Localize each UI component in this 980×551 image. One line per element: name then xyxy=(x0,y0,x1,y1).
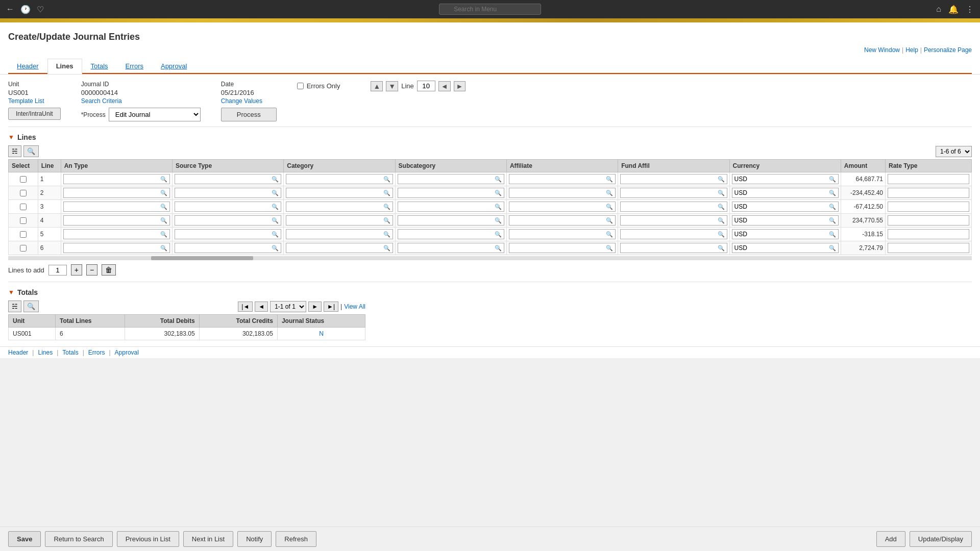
line-checkbox-5[interactable] xyxy=(20,245,27,252)
line-affiliate-5[interactable]: 🔍 xyxy=(506,241,618,255)
affiliate-input-0[interactable] xyxy=(511,176,606,183)
line-affiliate-2[interactable]: 🔍 xyxy=(506,200,618,214)
line-checkbox-0[interactable] xyxy=(20,176,27,183)
an-type-search-icon-1[interactable]: 🔍 xyxy=(160,190,167,196)
line-fund-affil-5[interactable]: 🔍 xyxy=(618,241,729,255)
lines-search-button[interactable]: 🔍 xyxy=(23,145,39,157)
affiliate-input-5[interactable] xyxy=(511,244,606,252)
journal-status-link[interactable]: N xyxy=(319,330,324,337)
change-values-link[interactable]: Change Values xyxy=(221,97,277,105)
affiliate-input-4[interactable] xyxy=(511,231,606,238)
totals-next-btn[interactable]: ► xyxy=(308,302,322,312)
line-category-2[interactable]: 🔍 xyxy=(284,200,395,214)
line-rate-type-2[interactable] xyxy=(886,200,972,214)
process-button[interactable]: Process xyxy=(221,108,277,121)
fund-affil-search-icon-2[interactable]: 🔍 xyxy=(718,204,725,210)
line-source-type-0[interactable]: 🔍 xyxy=(172,172,283,186)
line-category-1[interactable]: 🔍 xyxy=(284,186,395,200)
line-subcategory-4[interactable]: 🔍 xyxy=(395,228,506,241)
bottom-link-errors[interactable]: Errors xyxy=(88,349,105,356)
line-affiliate-0[interactable]: 🔍 xyxy=(506,172,618,186)
currency-search-icon-2[interactable]: 🔍 xyxy=(829,204,836,210)
subcategory-input-0[interactable] xyxy=(400,176,495,183)
line-source-type-1[interactable]: 🔍 xyxy=(172,186,283,200)
subcategory-input-3[interactable] xyxy=(400,217,495,224)
line-subcategory-1[interactable]: 🔍 xyxy=(395,186,506,200)
line-checkbox-2[interactable] xyxy=(20,204,27,210)
clock-icon[interactable]: 🕐 xyxy=(20,5,31,14)
line-currency-5[interactable]: 🔍 xyxy=(729,241,841,255)
totals-first-btn[interactable]: |◄ xyxy=(238,302,253,312)
line-checkbox-3[interactable] xyxy=(20,217,27,224)
nav-arrow-next-up[interactable]: ▼ xyxy=(386,81,398,91)
lines-grid-view-button[interactable]: ☵ xyxy=(8,145,21,157)
an-type-search-icon-0[interactable]: 🔍 xyxy=(160,176,167,183)
favorites-icon[interactable]: ♡ xyxy=(37,5,44,14)
rate-type-input-0[interactable] xyxy=(890,176,967,183)
line-category-3[interactable]: 🔍 xyxy=(284,214,395,228)
line-affiliate-3[interactable]: 🔍 xyxy=(506,214,618,228)
an-type-search-icon-3[interactable]: 🔍 xyxy=(160,217,167,224)
subcategory-search-icon-2[interactable]: 🔍 xyxy=(495,204,502,210)
currency-search-icon-5[interactable]: 🔍 xyxy=(829,245,836,252)
line-rate-type-5[interactable] xyxy=(886,241,972,255)
lines-page-select[interactable]: 1-6 of 6 xyxy=(936,146,972,157)
line-select-3[interactable] xyxy=(9,214,38,228)
fund-affil-input-1[interactable] xyxy=(623,189,717,196)
nav-arrow-prev-right[interactable]: ◄ xyxy=(438,81,451,91)
new-window-link[interactable]: New Window xyxy=(864,46,900,54)
line-source-type-2[interactable]: 🔍 xyxy=(172,200,283,214)
process-select[interactable]: Edit Journal Post Journal Unpost Journal… xyxy=(109,108,201,121)
category-search-icon-5[interactable]: 🔍 xyxy=(383,245,390,252)
line-an-type-3[interactable]: 🔍 xyxy=(61,214,172,228)
affiliate-search-icon-1[interactable]: 🔍 xyxy=(606,190,613,196)
totals-view-all-link[interactable]: View All xyxy=(344,303,365,310)
an-type-input-1[interactable] xyxy=(66,189,160,196)
source-type-input-0[interactable] xyxy=(177,176,272,183)
line-subcategory-5[interactable]: 🔍 xyxy=(395,241,506,255)
line-subcategory-0[interactable]: 🔍 xyxy=(395,172,506,186)
line-affiliate-4[interactable]: 🔍 xyxy=(506,228,618,241)
an-type-input-0[interactable] xyxy=(66,176,160,183)
search-input[interactable] xyxy=(439,4,541,15)
an-type-input-3[interactable] xyxy=(66,217,160,224)
source-type-search-icon-1[interactable]: 🔍 xyxy=(272,190,279,196)
totals-section-header[interactable]: ▼ Totals xyxy=(8,288,972,296)
an-type-input-5[interactable] xyxy=(66,244,160,252)
rate-type-input-3[interactable] xyxy=(890,217,967,224)
subcategory-input-5[interactable] xyxy=(400,244,495,252)
line-subcategory-2[interactable]: 🔍 xyxy=(395,200,506,214)
line-fund-affil-1[interactable]: 🔍 xyxy=(618,186,729,200)
nav-arrow-prev-up[interactable]: ▲ xyxy=(371,81,383,91)
totals-page-select[interactable]: 1-1 of 1 xyxy=(270,301,306,312)
line-currency-3[interactable]: 🔍 xyxy=(729,214,841,228)
line-subcategory-3[interactable]: 🔍 xyxy=(395,214,506,228)
subcategory-input-4[interactable] xyxy=(400,231,495,238)
line-currency-2[interactable]: 🔍 xyxy=(729,200,841,214)
tab-totals[interactable]: Totals xyxy=(82,59,117,74)
fund-affil-search-icon-0[interactable]: 🔍 xyxy=(718,176,725,183)
line-category-5[interactable]: 🔍 xyxy=(284,241,395,255)
line-fund-affil-2[interactable]: 🔍 xyxy=(618,200,729,214)
line-category-4[interactable]: 🔍 xyxy=(284,228,395,241)
affiliate-search-icon-2[interactable]: 🔍 xyxy=(606,204,613,210)
affiliate-input-1[interactable] xyxy=(511,189,606,196)
totals-search-button[interactable]: 🔍 xyxy=(23,300,39,312)
fund-affil-search-icon-4[interactable]: 🔍 xyxy=(718,231,725,238)
category-input-5[interactable] xyxy=(288,244,383,252)
source-type-search-icon-5[interactable]: 🔍 xyxy=(272,245,279,252)
subcategory-search-icon-4[interactable]: 🔍 xyxy=(495,231,502,238)
subcategory-search-icon-5[interactable]: 🔍 xyxy=(495,245,502,252)
category-search-icon-1[interactable]: 🔍 xyxy=(383,190,390,196)
currency-search-icon-3[interactable]: 🔍 xyxy=(829,217,836,224)
currency-input-3[interactable] xyxy=(734,217,829,224)
line-select-1[interactable] xyxy=(9,186,38,200)
category-input-3[interactable] xyxy=(288,217,383,224)
errors-only-checkbox[interactable] xyxy=(297,83,304,89)
line-category-0[interactable]: 🔍 xyxy=(284,172,395,186)
line-source-type-3[interactable]: 🔍 xyxy=(172,214,283,228)
line-rate-type-1[interactable] xyxy=(886,186,972,200)
fund-affil-search-icon-5[interactable]: 🔍 xyxy=(718,245,725,252)
fund-affil-input-0[interactable] xyxy=(623,176,717,183)
line-affiliate-1[interactable]: 🔍 xyxy=(506,186,618,200)
